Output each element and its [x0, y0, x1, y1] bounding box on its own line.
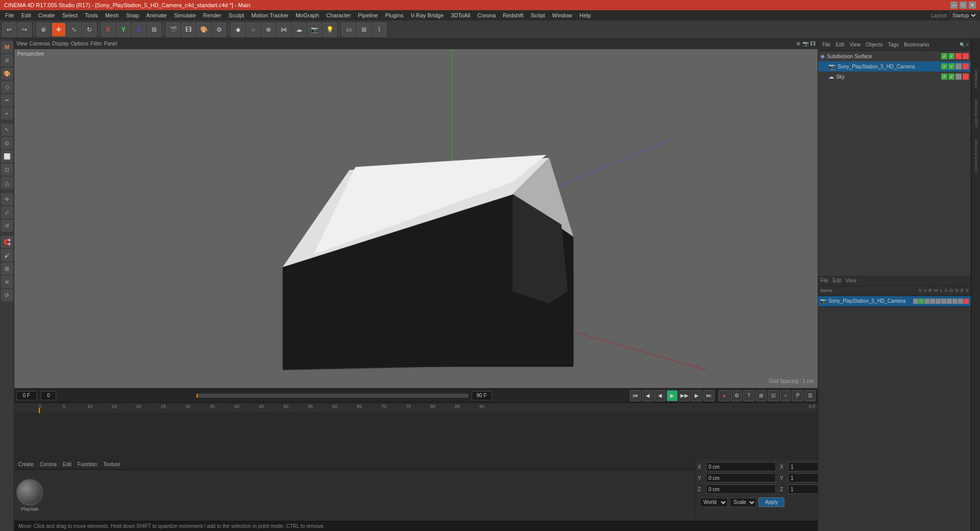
- sel-ctrl-3[interactable]: [924, 299, 929, 304]
- maximize-button[interactable]: □: [960, 2, 967, 9]
- attributes-browser-label[interactable]: Attributes: [973, 69, 978, 89]
- mode-button-5[interactable]: ○: [780, 390, 791, 401]
- om-view[interactable]: View: [847, 41, 863, 49]
- timeline-extra-button[interactable]: ☰: [804, 390, 816, 401]
- render-view-button[interactable]: 🎞: [181, 22, 195, 37]
- sel-ctrl-10[interactable]: [964, 299, 969, 304]
- axis-y-button[interactable]: Y: [116, 22, 131, 37]
- move-button[interactable]: ✚: [52, 22, 66, 37]
- record-button[interactable]: ●: [719, 390, 730, 401]
- vp-toolbar-panel[interactable]: Panel: [104, 41, 117, 46]
- obj-cam-button[interactable]: 📷: [307, 22, 322, 37]
- frame-input-2[interactable]: [41, 391, 56, 400]
- mode-button-6[interactable]: P: [792, 390, 803, 401]
- axis-x-button[interactable]: X: [101, 22, 115, 37]
- menu-3dtoall[interactable]: 3DToAll: [448, 11, 473, 19]
- left-grid2-button[interactable]: ⊞: [1, 262, 13, 275]
- axis-z-button[interactable]: Z: [132, 22, 146, 37]
- vp-toolbar-display[interactable]: Display: [52, 41, 69, 46]
- pos-x-input[interactable]: [706, 462, 776, 471]
- left-polygon-sel-button[interactable]: △: [1, 177, 13, 189]
- obj-nurbs-button[interactable]: ○: [246, 22, 260, 37]
- left-sculpt2-button[interactable]: 🖌: [1, 249, 13, 261]
- select-all-button[interactable]: ⊕: [36, 22, 51, 37]
- menu-create[interactable]: Create: [35, 11, 58, 19]
- play-back-button[interactable]: ◀: [654, 390, 666, 401]
- menu-animate[interactable]: Animate: [143, 11, 170, 19]
- om-tags[interactable]: Tags: [886, 41, 901, 49]
- left-rotate2-button[interactable]: ↺: [1, 220, 13, 232]
- vp-icon-render[interactable]: 🎞: [811, 41, 816, 46]
- mat-tab-edit[interactable]: Edit: [61, 461, 74, 468]
- camera-render-btn[interactable]: ✓: [948, 63, 954, 69]
- camera-dot1[interactable]: [955, 63, 962, 69]
- object-item-subdivision[interactable]: ◈ Subdivision Surface ✓ ✓: [818, 51, 971, 61]
- menu-tools[interactable]: Tools: [82, 11, 101, 19]
- left-tweak-button[interactable]: ↖: [1, 124, 13, 136]
- left-edge-button[interactable]: ━: [1, 94, 13, 106]
- sky-dot1[interactable]: [955, 74, 962, 80]
- mode-button-2[interactable]: ?: [743, 390, 754, 401]
- coord-world-select[interactable]: World Object Local: [700, 498, 728, 507]
- menu-mesh[interactable]: Mesh: [102, 11, 122, 19]
- om-file[interactable]: File: [820, 41, 832, 49]
- material-item[interactable]: PlayStat: [16, 479, 43, 512]
- vp-icon-move[interactable]: ⊕: [796, 41, 800, 46]
- obj-light-button[interactable]: 💡: [323, 22, 337, 37]
- layout-select[interactable]: Startup: [950, 11, 978, 19]
- left-move2-button[interactable]: ✛: [1, 193, 13, 205]
- axis-lock-button[interactable]: ⊞: [147, 22, 161, 37]
- subdiv-dot2[interactable]: [963, 53, 969, 59]
- menu-edit[interactable]: Edit: [18, 11, 34, 19]
- object-item-sky[interactable]: ☁ Sky ✓ ✓: [818, 71, 971, 82]
- timeline-scrubber[interactable]: [197, 394, 469, 398]
- next-key-button[interactable]: ▶: [691, 390, 702, 401]
- attr-edit[interactable]: Edit: [832, 278, 841, 283]
- menu-file[interactable]: File: [2, 11, 17, 19]
- left-scale2-button[interactable]: ⤢: [1, 206, 13, 219]
- sel-ctrl-7[interactable]: [947, 299, 952, 304]
- sel-ctrl-4[interactable]: [930, 299, 935, 304]
- mat-tab-function[interactable]: Function: [76, 461, 99, 468]
- current-frame-input[interactable]: [16, 391, 37, 400]
- camera-vis-btn[interactable]: ✓: [941, 63, 947, 69]
- menu-script[interactable]: Script: [528, 11, 548, 19]
- menu-sculpt[interactable]: Sculpt: [226, 11, 248, 19]
- menu-render[interactable]: Render: [200, 11, 225, 19]
- content-browser-label[interactable]: Content Browser: [973, 139, 978, 173]
- vp-toolbar-view[interactable]: View: [16, 41, 28, 46]
- coord-scale-select[interactable]: Scale: [730, 498, 756, 507]
- menu-redshift[interactable]: Redshift: [500, 11, 526, 19]
- object-item-camera[interactable]: 📷 Sony_PlayStation_5_HD_Camera ✓ ✓: [818, 61, 971, 71]
- sel-ctrl-5[interactable]: [936, 299, 941, 304]
- attr-view[interactable]: View: [845, 278, 856, 283]
- left-polygon-button[interactable]: ◇: [1, 81, 13, 93]
- obj-scene-button[interactable]: ☁: [292, 22, 306, 37]
- menu-corona[interactable]: Corona: [474, 11, 499, 19]
- vp-icon-camera[interactable]: 📷: [802, 41, 808, 46]
- prev-key-button[interactable]: ◀: [642, 390, 653, 401]
- subdiv-render-btn[interactable]: ✓: [948, 53, 954, 59]
- redo-button[interactable]: ↪: [17, 22, 32, 37]
- scale-button[interactable]: ⤡: [67, 22, 81, 37]
- menu-snap[interactable]: Snap: [123, 11, 142, 19]
- obj-deform-button[interactable]: ⋈: [277, 22, 291, 37]
- selected-object-row[interactable]: 📷 Sony_PlayStation_5_HD_Camera: [818, 296, 971, 306]
- viewport-3d[interactable]: Perspective Grid Spacing : 1 cm: [14, 49, 818, 388]
- sky-dot2[interactable]: [963, 74, 969, 80]
- menu-pipeline[interactable]: Pipeline: [355, 11, 381, 19]
- end-frame-input[interactable]: [472, 391, 492, 400]
- menu-window[interactable]: Window: [549, 11, 575, 19]
- play-fwd-button[interactable]: ▶▶: [679, 390, 690, 401]
- vp-toolbar-filter[interactable]: Filter: [90, 41, 102, 46]
- menu-help[interactable]: Help: [576, 11, 594, 19]
- left-point-button[interactable]: •: [1, 107, 13, 119]
- sel-ctrl-8[interactable]: [952, 299, 958, 304]
- vp-toolbar-cameras[interactable]: Cameras: [30, 41, 51, 46]
- mat-tab-create[interactable]: Create: [16, 461, 36, 468]
- camera-dot2[interactable]: [963, 63, 969, 69]
- apply-button[interactable]: Apply: [758, 497, 785, 507]
- pos-y-input[interactable]: [706, 473, 776, 482]
- timeline-tracks[interactable]: [14, 413, 818, 460]
- mode-button-3[interactable]: ⊞: [755, 390, 767, 401]
